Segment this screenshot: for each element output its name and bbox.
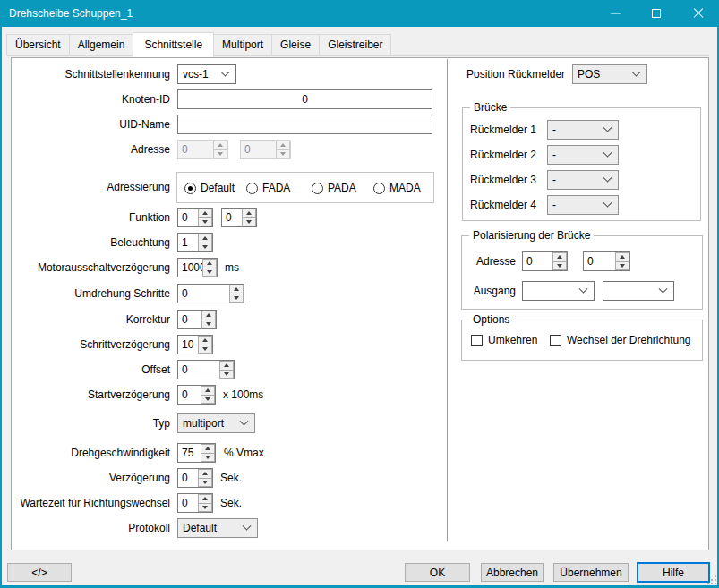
radio-icon	[312, 183, 323, 194]
ok-button[interactable]: OK	[405, 563, 470, 582]
tab-schnittstelle[interactable]: Schnittstelle	[133, 32, 214, 57]
drehgeschwindigkeit-spinner[interactable]: 75	[177, 443, 216, 463]
chevron-down-icon	[240, 416, 249, 425]
cancel-button[interactable]: Abbrechen	[481, 563, 544, 582]
adresse-spinner-1: 0	[177, 140, 228, 159]
minimize-button[interactable]	[595, 0, 636, 27]
typ-label: Typ	[12, 413, 170, 433]
ausgang-select-2[interactable]	[603, 281, 674, 301]
uid-name-input[interactable]	[177, 115, 432, 134]
tab-gleise[interactable]: Gleise	[271, 34, 320, 55]
spin-down-button[interactable]	[198, 345, 212, 354]
tab-content-panel: Schnittstellenkennung vcs-1 Knoten-ID UI…	[11, 57, 709, 550]
schnittstellenkennung-select[interactable]: vcs-1	[177, 64, 236, 84]
startverzoegerung-spinner[interactable]: 0	[177, 385, 216, 405]
apply-button[interactable]: Übernehmen	[553, 563, 629, 582]
spin-down-button[interactable]	[201, 320, 216, 329]
typ-select[interactable]: multiport	[177, 413, 255, 433]
tab-allgemein[interactable]: Allgemein	[69, 34, 134, 55]
tab-strip: Übersicht Allgemein Schnittstelle Multip…	[7, 34, 391, 57]
maximize-icon	[652, 9, 661, 18]
column-separator	[447, 59, 448, 541]
wartezeit-spinner[interactable]: 0	[177, 493, 213, 513]
beleuchtung-label: Beleuchtung	[12, 233, 170, 252]
rueckmelder-2-label: Rückmelder 2	[470, 145, 536, 165]
chevron-down-icon	[603, 148, 612, 157]
spin-down-button[interactable]	[201, 395, 215, 405]
spin-down-button[interactable]	[198, 503, 212, 513]
tab-gleistreiber[interactable]: Gleistreiber	[319, 34, 391, 55]
ms-unit-label: ms	[225, 258, 239, 277]
knoten-id-input[interactable]	[177, 89, 432, 109]
verzoegerung-spinner[interactable]: 0	[177, 468, 213, 488]
chevron-down-icon	[579, 284, 588, 293]
spin-down-button[interactable]	[198, 478, 212, 488]
offset-spinner[interactable]: 0	[177, 360, 235, 379]
polarisierung-adresse-label: Adresse	[462, 251, 516, 271]
protokoll-select[interactable]: Default	[177, 518, 258, 538]
polarisierung-adresse-spinner-2[interactable]: 0	[583, 251, 630, 271]
bruecke-group: Brücke Rückmelder 1 - Rückmelder 2 - Rüc…	[462, 107, 701, 221]
vmax-unit-label: % Vmax	[224, 443, 264, 463]
spin-down-button[interactable]	[552, 261, 567, 271]
motorausschaltverzoegerung-label: Motorausschaltverzögerung	[12, 258, 170, 277]
rueckmelder-1-label: Rückmelder 1	[470, 120, 536, 140]
position-rueckmelder-select[interactable]: POS	[572, 64, 647, 84]
spin-down-button[interactable]	[198, 243, 212, 252]
polarisierung-adresse-spinner-1[interactable]: 0	[522, 251, 568, 271]
schrittverzoegerung-label: Schrittverzögerung	[12, 335, 170, 354]
funktion-spinner-1[interactable]: 0	[177, 208, 213, 227]
spin-down-button[interactable]	[202, 268, 217, 277]
resize-grip[interactable]	[706, 575, 716, 584]
checkbox-icon	[550, 335, 561, 346]
help-button[interactable]: Hilfe	[637, 562, 710, 583]
spin-down-button[interactable]	[242, 217, 256, 227]
schrittverzoegerung-spinner[interactable]: 10	[177, 335, 213, 354]
spin-down-button[interactable]	[201, 453, 215, 463]
window-border-left	[0, 27, 2, 588]
spin-down-button[interactable]	[229, 294, 244, 303]
tab-multiport[interactable]: Multiport	[213, 34, 272, 55]
radio-pada[interactable]: PADA	[312, 182, 356, 194]
spin-down-button	[276, 149, 290, 159]
options-group: Options Umkehren Wechsel der Drehrichtun…	[461, 320, 703, 361]
knoten-id-label: Knoten-ID	[12, 89, 170, 109]
close-icon	[693, 8, 704, 19]
wechsel-der-drehrichtung-checkbox[interactable]: Wechsel der Drehrichtung	[550, 334, 691, 346]
radio-default[interactable]: Default	[184, 182, 235, 194]
chevron-down-icon	[221, 67, 230, 76]
maximize-button[interactable]	[636, 0, 677, 27]
code-view-button[interactable]: </>	[7, 563, 72, 582]
radio-mada[interactable]: MADA	[373, 182, 421, 194]
radio-fada[interactable]: FADA	[246, 182, 290, 194]
beleuchtung-spinner[interactable]: 1	[177, 233, 213, 252]
sek-unit-label: Sek.	[220, 493, 242, 513]
rueckmelder-1-select[interactable]: -	[547, 120, 619, 140]
dialog-window: Drehscheibe Schuppen_1 Übersicht Allgeme…	[0, 0, 719, 588]
umkehren-checkbox[interactable]: Umkehren	[471, 334, 537, 346]
rueckmelder-4-select[interactable]: -	[547, 195, 619, 215]
drehgeschwindigkeit-label: Drehgeschwindigkeit	[12, 443, 170, 463]
tab-uebersicht[interactable]: Übersicht	[6, 34, 70, 55]
rueckmelder-3-label: Rückmelder 3	[470, 170, 536, 190]
rueckmelder-2-select[interactable]: -	[547, 145, 619, 165]
rueckmelder-4-label: Rückmelder 4	[470, 195, 536, 215]
motorausschaltverzoegerung-spinner[interactable]: 1000	[177, 258, 218, 277]
radio-icon	[246, 183, 258, 194]
funktion-spinner-2[interactable]: 0	[221, 208, 257, 227]
radio-selected-icon	[184, 183, 196, 194]
funktion-label: Funktion	[12, 208, 170, 227]
spin-down-button[interactable]	[219, 370, 234, 379]
korrektur-spinner[interactable]: 0	[177, 310, 217, 329]
spin-down-button[interactable]	[615, 261, 629, 271]
close-button[interactable]	[677, 0, 719, 27]
offset-label: Offset	[12, 360, 170, 379]
umdrehung-schritte-spinner[interactable]: 0	[177, 284, 244, 303]
adresse-label: Adresse	[12, 140, 170, 159]
rueckmelder-3-select[interactable]: -	[547, 170, 619, 190]
options-group-title: Options	[469, 313, 513, 327]
spin-down-button[interactable]	[198, 217, 212, 227]
protokoll-label: Protokoll	[12, 518, 170, 538]
korrektur-label: Korrektur	[12, 310, 170, 329]
ausgang-select-1[interactable]	[522, 281, 595, 301]
